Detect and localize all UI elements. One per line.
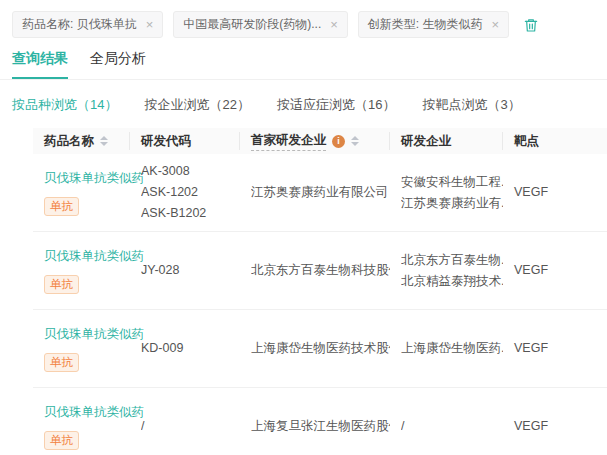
table-row: 贝伐珠单抗类似药 单抗 KD-009 上海康岱生物医药技术股份... 上海康岱生… [33,310,607,388]
table-body: 贝伐珠单抗类似药 单抗 AK-3008ASK-1202ASK-B1202 江苏奥… [33,154,607,455]
tab-query-results[interactable]: 查询结果 [12,50,68,79]
developer-cell: 北京东方百泰生物...北京精益泰翔技术... [390,250,503,292]
info-icon[interactable]: i [332,135,345,148]
table-row: 贝伐珠单抗类似药 单抗 AK-3008ASK-1202ASK-B1202 江苏奥… [33,154,607,232]
column-header-target: 靶点 [503,132,607,150]
drug-name-cell: 贝伐珠单抗类似药 单抗 [33,246,130,295]
main-tab-bar: 查询结果 全局分析 [0,50,607,80]
table-row: 贝伐珠单抗类似药 单抗 JY-028 北京东方百泰生物科技股份... 北京东方百… [33,232,607,310]
subtab-by-target[interactable]: 按靶点浏览（3） [422,96,520,114]
filter-tag-dev-stage[interactable]: 中国最高研发阶段(药物)... × [173,11,348,38]
developer-cell: / [390,416,503,437]
target-cell: VEGF [503,182,607,203]
developer-name: 上海康岱生物医药... [401,338,503,359]
target-cell: VEGF [503,338,607,359]
filter-tag-innovation-type[interactable]: 创新类型: 生物类似药 × [358,11,509,38]
sort-icon[interactable] [351,136,359,146]
filter-bar: 药品名称: 贝伐珠单抗 × 中国最高研发阶段(药物)... × 创新类型: 生物… [0,0,607,38]
first-developer-name: 上海复旦张江生物医药股份... [251,416,390,437]
first-developer-name: 上海康岱生物医药技术股份... [251,338,390,359]
rd-code-cell: JY-028 [130,260,240,281]
rd-code-cell: AK-3008ASK-1202ASK-B1202 [130,161,240,224]
developer-cell: 安徽安科生物工程...江苏奥赛康药业有... [390,172,503,214]
close-icon[interactable]: × [330,18,338,31]
column-label: 首家研发企业 [251,132,326,151]
subtab-bar: 按品种浏览（14） 按企业浏览（22） 按适应症浏览（16） 按靶点浏览（3） [0,96,607,114]
target-cell: VEGF [503,416,607,437]
rd-code-cell: / [130,416,240,437]
rd-code: JY-028 [141,260,240,281]
column-header-rd-code: 研发代码 [130,132,240,150]
first-developer-cell: 上海复旦张江生物医药股份... [240,416,390,437]
drug-name-cell: 贝伐珠单抗类似药 单抗 [33,324,130,373]
first-developer-cell: 上海康岱生物医药技术股份... [240,338,390,359]
developer-name: 安徽安科生物工程... [401,172,503,193]
subtab-by-variety[interactable]: 按品种浏览（14） [12,96,117,114]
drug-name-cell: 贝伐珠单抗类似药 单抗 [33,168,130,217]
developer-name: 江苏奥赛康药业有... [401,193,503,214]
first-developer-name: 北京东方百泰生物科技股份... [251,260,390,281]
rd-code: ASK-B1202 [141,203,240,224]
drug-name-link[interactable]: 贝伐珠单抗类似药 [44,324,130,345]
filter-tag-drug-name[interactable]: 药品名称: 贝伐珠单抗 × [12,11,163,38]
rd-code: KD-009 [141,338,240,359]
column-label: 药品名称 [44,133,94,150]
trash-icon[interactable] [523,17,539,33]
drug-name-link[interactable]: 贝伐珠单抗类似药 [44,168,130,189]
column-label: 靶点 [514,133,539,150]
column-label: 研发企业 [401,133,451,150]
drug-type-badge: 单抗 [44,353,79,372]
drug-name-cell: 贝伐珠单抗类似药 单抗 [33,402,130,451]
developer-name: 北京东方百泰生物... [401,250,503,271]
developer-cell: 上海康岱生物医药... [390,338,503,359]
close-icon[interactable]: × [492,18,500,31]
filter-tag-label: 创新类型: 生物类似药 [368,16,483,33]
rd-code: / [141,416,240,437]
target-cell: VEGF [503,260,607,281]
drug-name-link[interactable]: 贝伐珠单抗类似药 [44,402,130,423]
drug-name-link[interactable]: 贝伐珠单抗类似药 [44,246,130,267]
drug-type-badge: 单抗 [44,197,79,216]
tab-global-analysis[interactable]: 全局分析 [90,50,146,79]
column-header-drug-name: 药品名称 [33,132,130,150]
first-developer-name: 江苏奥赛康药业有限公司 [251,182,390,203]
filter-tag-label: 中国最高研发阶段(药物)... [183,16,321,33]
filter-tag-label: 药品名称: 贝伐珠单抗 [22,16,137,33]
drug-type-badge: 单抗 [44,431,79,450]
subtab-by-indication[interactable]: 按适应症浏览（16） [277,96,395,114]
drug-type-badge: 单抗 [44,275,79,294]
close-icon[interactable]: × [146,18,154,31]
first-developer-cell: 北京东方百泰生物科技股份... [240,260,390,281]
rd-code-cell: KD-009 [130,338,240,359]
column-header-first-developer: 首家研发企业 i [240,132,390,150]
developer-name: / [401,416,503,437]
table-row: 贝伐珠单抗类似药 单抗 / 上海复旦张江生物医药股份... / VEGF [33,388,607,455]
rd-code: AK-3008 [141,161,240,182]
table-header-row: 药品名称 研发代码 首家研发企业 i 研发企业 靶点 [33,128,607,154]
sort-icon[interactable] [100,136,108,146]
results-table: 药品名称 研发代码 首家研发企业 i 研发企业 靶点 贝伐珠单抗类似药 单抗 A… [33,128,607,455]
rd-code: ASK-1202 [141,182,240,203]
column-label: 研发代码 [141,133,191,150]
subtab-by-company[interactable]: 按企业浏览（22） [144,96,249,114]
developer-name: 北京精益泰翔技术... [401,271,503,292]
column-header-developer: 研发企业 [390,132,503,150]
first-developer-cell: 江苏奥赛康药业有限公司 [240,182,390,203]
